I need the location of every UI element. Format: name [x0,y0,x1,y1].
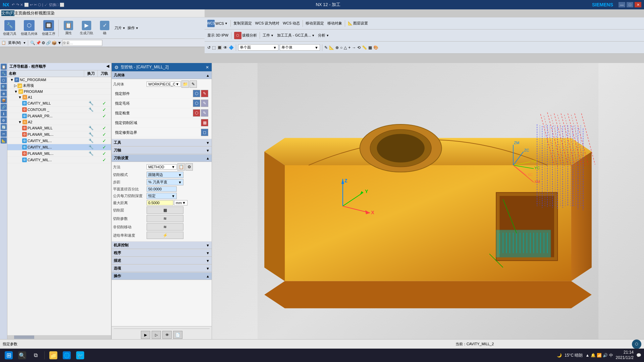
flat-pct-value[interactable] [147,186,210,192]
depth-value[interactable]: 恒定 ▼ [147,193,210,199]
generate-toolpath-btn[interactable]: ▶ 生成刀轨 [78,20,95,36]
nx-toolbar-row3[interactable]: ↺ ⬚ 🔳 👁 🔷 单个面 ▼ 单个体 ▼ ✎ 📐 ⊕ ○ △ + → ⟲ 📏 … [205,42,644,54]
file-menu[interactable]: 文件(F) [1,10,14,16]
noncutting-value[interactable]: ≋ [147,223,210,231]
sidebar-icon-11[interactable]: ✂ [1,131,7,137]
desc-section-header[interactable]: 描述 ▼ [112,257,212,264]
curve-menu[interactable]: 曲线 [22,10,31,16]
submenu-row[interactable]: 📋 菜单(M) ▼ 🔍 📌 ⚙ 🔗 📦 ▼ [0,39,205,47]
op-dropdown[interactable]: ▼ [136,26,139,30]
submenu-menu[interactable]: 菜单(M) [7,40,22,45]
search-button[interactable]: 🔍 [16,349,28,361]
nx-toolbar-row1[interactable]: WCS WCS ▼ 复制至固定 WCS 设为绝对 WCS 动态 移动至固定 移动… [205,17,644,29]
options-section-header[interactable]: 选项 ▼ [112,264,212,272]
display-path-btn[interactable]: 👁 [162,331,172,339]
move-to-abs-btn[interactable]: 移动至固定 [304,20,325,26]
view-controls[interactable]: ↺ ⬚ 🔳 👁 🔷 单个面 ▼ 单个体 ▼ ✎ 📐 ⊕ ○ △ + → ⟲ 📏 … [206,44,643,52]
submenu-arrow[interactable]: ▼ [23,41,26,45]
max-dist-value[interactable]: mm ▼ [147,200,210,205]
confirm-btn[interactable]: ✓ 确 [96,20,113,36]
tree-row-cavity-mil4[interactable]: ⚙ CAVITY_MIL... ✓ [7,157,111,163]
blank-btn1[interactable]: ⬡ [193,100,200,107]
tool-icon8[interactable]: ⟲ [357,45,361,50]
sidebar-icon-12[interactable]: 📐 [1,137,7,143]
tool-icon6[interactable]: + [348,45,351,50]
file-explorer-button[interactable]: 📁 [47,349,59,361]
generate-path-btn[interactable]: ▶ [141,331,150,339]
view-icon4[interactable]: 👁 [223,45,227,50]
task-view-button[interactable]: ⧉ [30,349,42,361]
edge-button[interactable]: 🌐 [61,349,73,361]
cut-param-value[interactable]: ≋ [147,215,210,222]
home-menu[interactable]: 主页 [14,10,22,16]
tool-icon1[interactable]: ✎ [324,45,328,50]
tree-row-nc-program[interactable]: ▼ P NC_PROGRAM [7,77,111,83]
geometry-value-area[interactable]: WORKPIECE_C ▼ 📁 ✎ [147,80,210,88]
tool-group[interactable]: 工件 ▼ [261,32,275,39]
icon-tb3[interactable]: ⚙ [42,41,45,45]
layout-settings-btn[interactable]: 📐 图层设置 [346,20,369,26]
method-btn1[interactable]: 📋 [177,163,185,171]
check-btn2[interactable]: ✎ [201,109,208,117]
depth-dropdown[interactable]: 恒定 ▼ [147,193,177,199]
part-btn1[interactable]: ⬡ [193,90,200,97]
sidebar-icon-9[interactable]: ⚙ [1,117,7,123]
specify-check-icons[interactable]: ⬡ ✎ [193,109,208,117]
sidebar-icon-1[interactable]: 📋 [1,64,7,70]
cut-param-btn[interactable]: ≋ [147,215,183,222]
tool-icon3[interactable]: ⊕ [335,45,339,50]
view-icon2[interactable]: ⬚ [212,45,216,50]
tree-row-planar-mill1[interactable]: ⚙ PLANAR_MILL 🔧 ✓ [7,125,111,131]
sidebar-icon-8[interactable]: ℹ [1,111,7,117]
analysis-menu[interactable]: 分析 [31,10,39,16]
axis-section-header[interactable]: 刀轴 ▼ [112,146,212,154]
body-filter-dropdown[interactable]: 单个体 ▼ [280,44,320,51]
blade-dropdown[interactable]: ▼ [122,26,125,30]
wcs-absolute-btn[interactable]: WCS 设为绝对 [254,20,281,26]
tree-row-planar-mil2[interactable]: ⚙ PLANAR_MIL... 🔧 ✓ [7,131,111,138]
create-workpiece-btn[interactable]: 🔲 创建工序 [40,19,57,37]
tool-icon7[interactable]: → [352,45,356,50]
feedrate-value[interactable]: ⚡ [147,232,210,239]
tree-row-unused[interactable]: ▷ 📁 未用项 [7,83,111,89]
icon-tb2[interactable]: 📌 [36,41,41,45]
submenu-icon1[interactable]: 📋 [1,41,6,45]
icon-tb5[interactable]: 📦 [52,41,57,45]
sidebar-icon-6[interactable]: 📦 [1,97,7,103]
nav-collapse[interactable]: ◀ [106,64,109,69]
cut-layer-value[interactable]: ▦ [147,206,210,214]
nx-toolbar-row2[interactable]: 显示 3D IPW ⬡ 拔模分析 工件 ▼ 加工工具 - GC工具... ▼ 分… [205,29,644,42]
icon-tb1[interactable]: 🔍 [30,41,35,45]
cutarea-btn1[interactable]: ▦ [201,119,208,126]
tool-section-header[interactable]: 工具 ▼ [112,139,212,146]
sidebar-icon-3[interactable]: ⬡ [1,77,7,83]
cut-mode-dropdown[interactable]: 跟随周边 ▼ [147,172,183,178]
window-controls[interactable]: — □ ✕ [619,2,641,7]
step-dropdown[interactable]: % 刀具平直 ▼ [147,179,183,185]
max-dist-unit-dropdown[interactable]: mm ▼ [174,200,187,205]
check-btn1[interactable]: ⬡ [193,109,200,117]
verify-btn[interactable]: ▷ [152,331,161,339]
tree-row-planar-mil3[interactable]: ⚙ PLANAR_MIL... 🔧 ✓ [7,150,111,157]
render-menu[interactable]: 渲染 [47,10,55,16]
tree-row-contour[interactable]: ⚙ CONTOUR _ 🔧 ✓ [7,107,111,113]
tool-icon2[interactable]: 📐 [329,45,334,50]
view-menu[interactable]: 视图 [39,10,47,16]
process-arrow[interactable]: ▼ [312,34,315,37]
view-icon3[interactable]: 🔳 [217,45,222,50]
attr-btn[interactable]: 📋 属性 [60,20,77,36]
method-btn2[interactable]: ⚙ [185,163,193,171]
feedrate-btn[interactable]: ⚡ [147,232,183,239]
taskbar[interactable]: ⊞ 🔍 ⧉ 📁 🌐 🐦 🌙 15°C 晴朗 ▲ 🔔 📶 🔊 中 21:14 [0,349,644,362]
view-icon1[interactable]: ↺ [207,45,211,50]
surface-analysis-btn[interactable]: ⬡ 拔模分析 [233,31,258,40]
nav-scrollbar[interactable] [7,335,111,339]
tree-row-a1[interactable]: ▼ A A1 [7,95,111,100]
bird-button[interactable]: 🐦 [74,349,86,361]
create-geometry-btn[interactable]: ⬡ 创建几何体 [19,19,39,37]
step-value[interactable]: % 刀具平直 ▼ [147,179,210,185]
close-button[interactable]: ✕ [635,2,641,7]
part-btn2[interactable]: ✎ [201,90,208,97]
icon-tb4[interactable]: 🔗 [46,41,51,45]
sidebar-icon-7[interactable]: 🔗 [1,104,7,110]
